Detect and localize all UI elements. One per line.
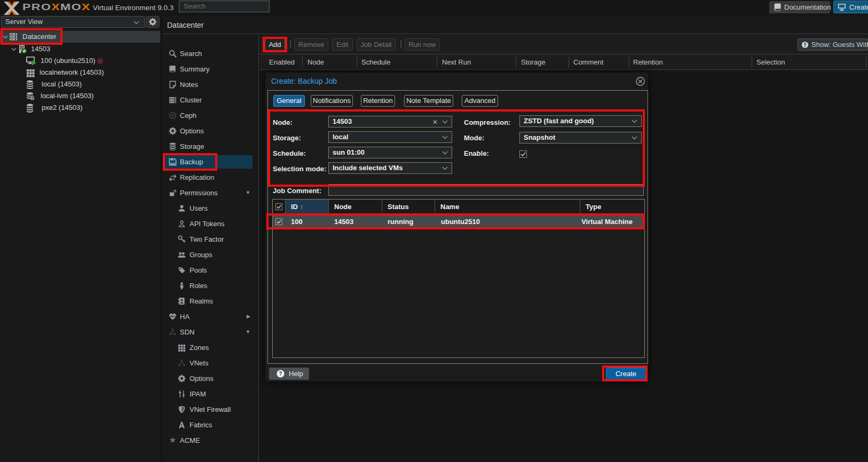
svg-text:?: ? [279, 371, 282, 377]
svg-text:?: ? [31, 96, 34, 101]
